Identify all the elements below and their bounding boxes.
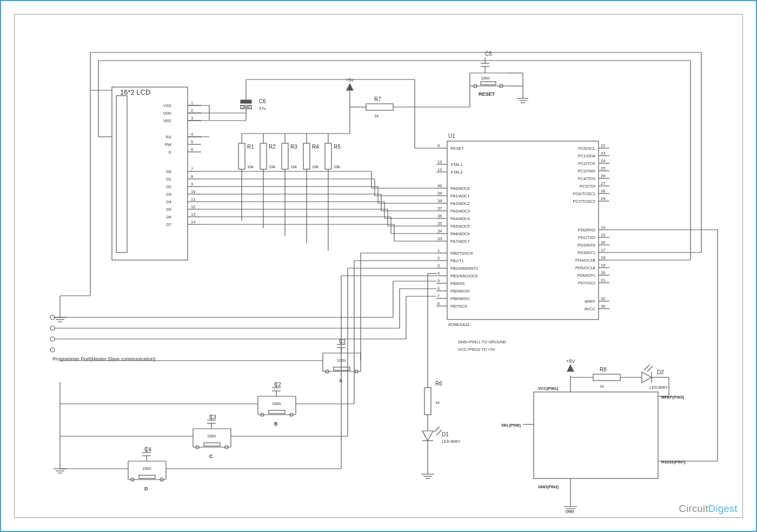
svg-text:C: C [209,454,213,459]
cap-c5: C5 100n [470,51,507,81]
svg-text:28: 28 [601,189,605,194]
svg-text:VSS: VSS [163,103,171,108]
svg-line-325 [647,366,653,371]
svg-rect-109 [447,141,599,320]
svg-point-226 [50,348,55,352]
svg-text:RESET: RESET [450,146,464,151]
svg-text:C5: C5 [485,51,492,57]
svg-point-225 [50,337,55,341]
svg-text:10k: 10k [269,164,275,169]
svg-text:D: D [144,486,148,491]
svg-text:5: 5 [191,139,193,144]
svg-rect-87 [325,143,331,169]
svg-text:7: 7 [191,167,193,171]
rfid-module: +5V VCC(PIN1) SEL(PIN6) GND(PIN2) GND BE… [501,358,686,514]
mcu-u1: U1 ATMEGA32 9RESET13XTAL112XTAL240PA0/AD… [436,133,609,327]
svg-rect-62 [366,104,393,110]
svg-text:25: 25 [601,166,605,171]
svg-text:9: 9 [437,143,440,148]
svg-line-295 [436,430,442,435]
svg-text:38: 38 [437,198,442,203]
svg-text:30: 30 [601,304,605,309]
svg-text:32: 32 [601,296,605,301]
svg-text:RW: RW [165,142,172,147]
svg-text:R4: R4 [312,144,319,150]
svg-text:26: 26 [601,174,605,178]
svg-text:PC1/SDA: PC1/SDA [578,154,595,158]
svg-text:XTAL2: XTAL2 [450,170,462,175]
svg-text:D3: D3 [166,192,171,197]
svg-text:R3: R3 [290,144,297,150]
svg-text:6: 6 [437,286,440,291]
svg-text:PB1/T1: PB1/T1 [450,258,464,263]
svg-rect-101 [481,82,496,85]
svg-text:C3: C3 [209,414,216,420]
svg-rect-72 [260,143,267,169]
svg-text:B: B [274,421,278,427]
svg-text:PA6/ADC6: PA6/ADC6 [450,231,470,236]
svg-text:PC2/TCK: PC2/TCK [578,161,595,166]
svg-text:3: 3 [191,116,193,121]
svg-text:PD5/OC1A: PD5/OC1A [575,265,595,270]
svg-text:2: 2 [191,108,193,113]
svg-text:C4: C4 [144,447,151,453]
svg-text:C6: C6 [259,98,266,104]
svg-text:GND: GND [565,509,574,514]
svg-text:PB7/SCK: PB7/SCK [450,304,468,309]
svg-text:ATMEGA32: ATMEGA32 [448,322,469,327]
svg-text:6: 6 [191,147,193,152]
svg-text:10k: 10k [247,164,254,169]
resistor-r7: R7 1k [350,96,415,118]
svg-text:20: 20 [601,270,605,275]
svg-text:PD4/OC1B: PD4/OC1B [575,258,595,263]
gnd-left [54,90,90,322]
svg-text:100n: 100n [481,76,490,81]
svg-rect-252 [269,410,285,414]
lcd-pins: 1VSS2VDD3VEE4RS5RW6E7D08D19D210D311D412D… [163,101,201,227]
svg-text:13: 13 [191,212,195,217]
svg-text:29: 29 [601,196,605,201]
svg-marker-322 [642,372,652,383]
svg-text:4: 4 [437,271,440,276]
svg-text:35: 35 [437,221,442,226]
reset-button[interactable]: RESET [470,82,507,97]
svg-text:C2: C2 [274,382,281,388]
svg-text:14: 14 [191,220,195,224]
svg-text:9: 9 [191,182,193,187]
svg-line-324 [644,365,649,370]
svg-text:PD1/TXD: PD1/TXD [578,235,595,240]
svg-text:GND(PIN2): GND(PIN2) [538,484,559,489]
svg-text:1: 1 [437,248,440,253]
svg-text:PB5/MOSI: PB5/MOSI [450,289,469,294]
svg-text:BEEP(PIN3): BEEP(PIN3) [661,395,685,400]
svg-text:R5: R5 [334,144,341,150]
svg-text:PC7/TOSC2: PC7/TOSC2 [573,199,595,204]
svg-text:D6: D6 [166,215,171,220]
svg-text:SEL(PIN6): SEL(PIN6) [501,423,521,428]
svg-text:1k: 1k [374,114,378,118]
svg-text:5: 5 [437,278,440,283]
svg-text:36: 36 [437,214,442,218]
svg-rect-282 [139,475,155,478]
cap-c6: C6 47u [241,79,266,120]
svg-text:1k: 1k [600,384,604,389]
svg-text:24: 24 [601,158,605,163]
note-gnd: GND=PIN11 TO GROUND [458,340,507,344]
resistor-r6: R6 1k [424,381,442,415]
svg-text:100n: 100n [272,401,281,406]
svg-text:PB0/T0/XCK: PB0/T0/XCK [450,251,474,256]
svg-text:PA7/ADC7: PA7/ADC7 [450,239,470,244]
svg-text:PA5/ADC5: PA5/ADC5 [450,224,470,229]
svg-text:PB4/SS: PB4/SS [450,281,464,286]
svg-rect-318 [593,374,620,381]
svg-text:R6: R6 [435,381,442,387]
svg-text:PB3/AIN1/OC0: PB3/AIN1/OC0 [450,274,477,278]
programmer-port: Programmer Port(Master Slave communicati… [50,315,156,362]
svg-text:22: 22 [601,143,605,148]
svg-text:PC5/TDI: PC5/TDI [580,184,595,189]
svg-text:12: 12 [191,204,195,209]
logo: CircuitDigest [679,503,738,515]
svg-text:10k: 10k [312,164,318,169]
svg-text:PB2/AIN0/INT2: PB2/AIN0/INT2 [450,266,478,271]
svg-text:1: 1 [191,101,193,105]
